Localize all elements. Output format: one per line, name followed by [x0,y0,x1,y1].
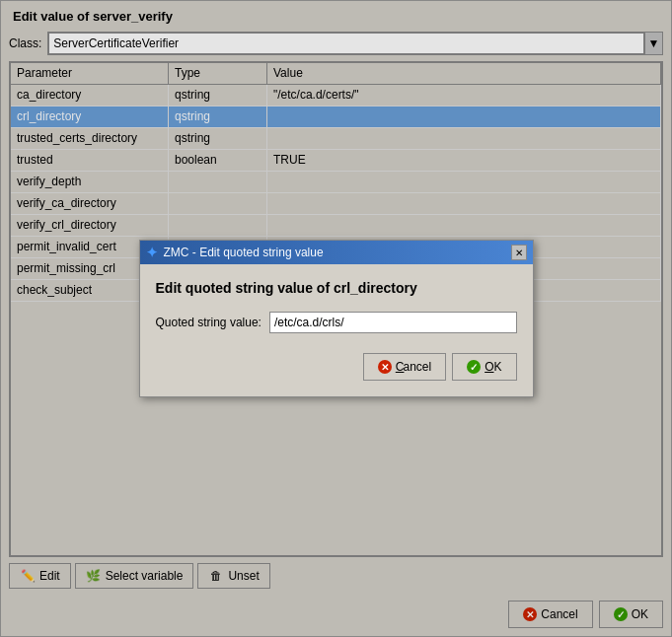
modal-field-row: Quoted string value: [156,312,517,333]
modal-ok-label: OK [485,360,501,374]
modal-ok-icon: ✓ [467,360,481,374]
zmc-icon: ✦ [146,245,158,260]
modal-dialog: ✦ ZMC - Edit quoted string value ✕ Edit … [139,240,534,397]
modal-field-label: Quoted string value: [156,316,261,329]
modal-buttons: ✕ Cancel ✓ OK [156,353,517,381]
modal-heading: Edit quoted string value of crl_director… [156,280,517,296]
modal-close-button[interactable]: ✕ [511,245,527,260]
modal-titlebar-left: ✦ ZMC - Edit quoted string value [146,245,324,260]
quoted-string-input[interactable] [269,312,517,333]
modal-titlebar: ✦ ZMC - Edit quoted string value ✕ [140,241,533,264]
modal-cancel-label: Cancel [396,360,431,374]
modal-cancel-button[interactable]: ✕ Cancel [363,353,446,381]
modal-ok-button[interactable]: ✓ OK [452,353,516,381]
modal-title-text: ZMC - Edit quoted string value [164,246,324,259]
modal-overlay: ✦ ZMC - Edit quoted string value ✕ Edit … [1,1,671,636]
modal-cancel-icon: ✕ [378,360,392,374]
main-window: Edit value of server_verify Class: Serve… [0,0,672,637]
modal-body: Edit quoted string value of crl_director… [140,264,533,396]
